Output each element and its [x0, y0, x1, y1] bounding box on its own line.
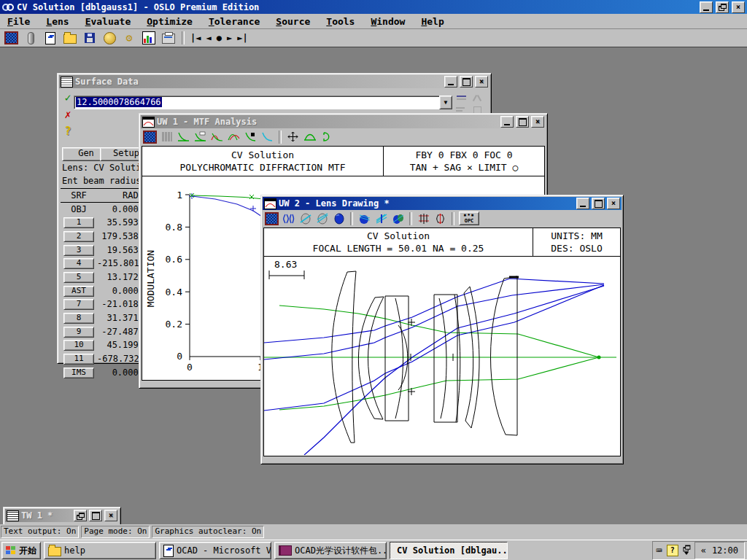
mtf-pan-icon[interactable]	[286, 131, 300, 143]
task-help[interactable]: help	[44, 542, 156, 559]
lens-minimize-button[interactable]	[576, 198, 589, 209]
keyboard-layout-icon[interactable]: ⌨	[656, 545, 662, 556]
lens-scale-icon[interactable]	[433, 212, 447, 225]
menu-lens[interactable]: Lens	[46, 16, 69, 27]
menu-source[interactable]: Source	[276, 16, 310, 27]
ytick: 0.8	[166, 222, 182, 233]
spreadsheet-window-icon[interactable]	[61, 77, 73, 88]
start-button[interactable]: 开始	[1, 542, 41, 559]
mtf-spreadsheet-icon[interactable]	[143, 131, 157, 143]
mtf-close-button[interactable]: ×	[531, 116, 544, 128]
surface-row-button[interactable]: 1	[63, 217, 94, 228]
surface-minimize-button[interactable]	[444, 76, 457, 88]
save-icon[interactable]	[82, 31, 98, 45]
spreadsheet-icon[interactable]	[3, 31, 19, 45]
mtf-fft-curve-icon[interactable]	[193, 131, 207, 143]
mtf-curve-icon[interactable]	[177, 131, 190, 143]
graph-window-icon[interactable]	[142, 117, 155, 128]
nav-next-icon[interactable]: ►	[226, 33, 233, 43]
surface-row-button[interactable]: AST	[63, 286, 94, 297]
nav-prev-icon[interactable]: ◄	[205, 33, 212, 43]
menu-help[interactable]: Help	[421, 16, 444, 27]
surface-row-button[interactable]: 9	[63, 327, 94, 338]
nav-last-icon[interactable]: ►|	[236, 33, 248, 43]
open-folder-icon[interactable]	[62, 31, 78, 45]
lamp-icon[interactable]	[23, 31, 39, 45]
menu-file[interactable]: File	[7, 16, 30, 27]
lens-gray-slash-icon[interactable]	[298, 212, 312, 225]
oslo-logo-icon[interactable]	[2, 2, 14, 12]
menu-tools[interactable]: Tools	[326, 16, 355, 27]
lens-close-button[interactable]: ×	[607, 198, 620, 209]
help-icon[interactable]: ?	[62, 125, 74, 138]
mtf-minimize-button[interactable]	[500, 116, 514, 128]
gears-icon[interactable]: ⚙	[121, 31, 137, 45]
value-input[interactable]: 12.5000078664766	[74, 96, 441, 109]
surface-row-button[interactable]: 11	[63, 354, 94, 365]
task-cv-solution[interactable]: CV Solution [dblgau...	[390, 542, 508, 559]
text-window-icon[interactable]	[7, 510, 19, 521]
tray-collapse-icon[interactable]: «	[701, 545, 706, 556]
lens-fan-icon[interactable]	[374, 212, 388, 225]
lens-spreadsheet-icon[interactable]	[265, 212, 279, 225]
surface-row-button[interactable]: 4	[63, 258, 94, 269]
status-text-output[interactable]: Text output: On	[1, 526, 79, 538]
confirm-icon[interactable]: ✓	[62, 91, 74, 104]
surface-close-button[interactable]: ×	[475, 76, 488, 88]
opc-icon[interactable]: ▪•▪ OPC	[459, 211, 479, 225]
tw-close-button[interactable]: ×	[104, 510, 117, 521]
ytick: 0.6	[166, 254, 182, 265]
surface-row-button[interactable]: 3	[63, 245, 94, 256]
mtf-dshape-icon[interactable]	[320, 131, 333, 143]
menu-tolerance[interactable]: Tolerance	[209, 16, 260, 27]
surface-row-button[interactable]: 10	[63, 340, 94, 351]
task-ocad-msvisual[interactable]: OCAD - Microsoft Vi...	[159, 542, 271, 559]
menu-optimize[interactable]: Optimize	[147, 16, 193, 27]
close-button[interactable]: ×	[732, 1, 745, 13]
cancel-icon[interactable]: ✗	[62, 108, 74, 121]
draw-pen-icon[interactable]	[455, 94, 468, 103]
lens-plan-icon[interactable]	[417, 212, 430, 225]
surface-row-button[interactable]: 5	[63, 272, 94, 283]
minimize-button[interactable]	[700, 1, 713, 13]
mtf-bars-icon[interactable]	[160, 131, 174, 143]
chart-icon[interactable]	[141, 31, 157, 45]
restore-button[interactable]	[716, 1, 729, 13]
mtf-cyan-curve-icon[interactable]	[260, 131, 274, 143]
status-page-mode[interactable]: Page mode: On	[81, 526, 150, 538]
tray-window-icon[interactable]	[683, 545, 690, 557]
print-icon[interactable]	[160, 31, 177, 45]
ue-coin-icon[interactable]	[101, 31, 117, 45]
mtf-maximize-button[interactable]	[516, 116, 529, 128]
lens-rays-icon[interactable]	[357, 212, 371, 225]
dropdown-button[interactable]: ▼	[439, 96, 452, 109]
tw-restore-button[interactable]	[74, 510, 87, 521]
mtf-curve-point-icon[interactable]	[244, 131, 258, 143]
surface-maximize-button[interactable]	[460, 76, 473, 88]
lens-elements-icon[interactable]	[282, 212, 295, 225]
surface-row-button[interactable]: IMS	[63, 368, 94, 378]
scissors-icon[interactable]	[472, 94, 485, 103]
menu-window[interactable]: Window	[371, 16, 405, 27]
lens-gray-slash2-icon[interactable]	[315, 212, 329, 225]
surface-row-button[interactable]: 2	[63, 231, 94, 242]
nav-first-icon[interactable]: |◄	[190, 33, 201, 43]
nav-current-icon[interactable]: ●	[216, 33, 222, 43]
beam-radius-label: Ent beam radius	[62, 176, 141, 186]
new-doc-icon[interactable]	[42, 31, 58, 45]
menu-evaluate[interactable]: Evaluate	[85, 16, 131, 27]
tw-maximize-button[interactable]	[89, 510, 102, 521]
task-ocad-package[interactable]: OCAD光学设计软件包...	[274, 542, 387, 559]
clock[interactable]: « 12:00	[694, 542, 745, 559]
graph-window-icon[interactable]	[264, 198, 276, 209]
lens-maximize-button[interactable]	[592, 198, 605, 209]
lens-solid-icon[interactable]	[332, 212, 346, 225]
mtf-two-curves-icon[interactable]	[210, 131, 224, 143]
mtf-cross-curves-icon[interactable]	[227, 131, 241, 143]
surface-row-button[interactable]: 8	[63, 313, 94, 324]
surface-row-button[interactable]: 7	[63, 299, 94, 310]
mtf-hump-icon[interactable]	[303, 131, 317, 143]
lens-group-icon[interactable]	[391, 212, 405, 225]
tray-help-icon[interactable]: ?	[667, 545, 678, 556]
status-graphics-autoclear[interactable]: Graphics autoclear: On	[152, 526, 264, 538]
